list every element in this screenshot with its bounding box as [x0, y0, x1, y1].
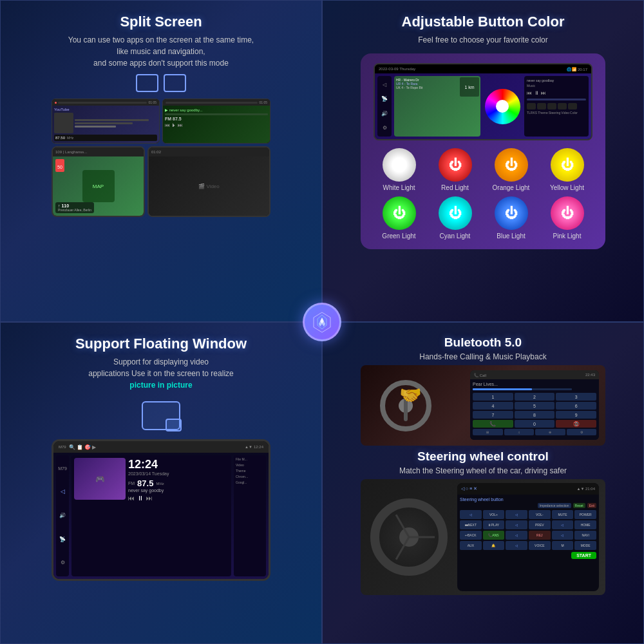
app-panel-radio: 01:05 ▶ never say goodby... FM 87.5 ⏮ ⏵ …	[162, 99, 270, 144]
orange-light-btn[interactable]: ⏻ Orange Light	[486, 148, 536, 191]
split-nav-panel: 109 | Langhanss... 50 ↑ 110 Prenzlauer A…	[52, 146, 145, 217]
white-light-label: White Light	[383, 184, 415, 191]
split-screen-section: Split Screen You can use two apps on the…	[0, 0, 322, 322]
device-preview-screen: 2022-03-09 Thursday 🌐 📶 20:17 ◁ 📡 🔊 ⚙ HR…	[374, 63, 592, 140]
orange-light-icon: ⏻	[495, 148, 528, 182]
green-light-btn[interactable]: ⏻ Green Light	[374, 196, 424, 240]
pink-light-label: Pink Light	[553, 232, 582, 240]
light-buttons-grid: ⏻ White Light ⏻ Red Light ⏻ Orange Light	[374, 148, 592, 240]
app-panel-music: 01:05 YouTube 87.	[52, 99, 160, 144]
yellow-light-icon: ⏻	[551, 148, 584, 182]
bluetooth-steering-section: Buletooth 5.0 Hands-free Calling & Music…	[322, 322, 644, 644]
steering-wheel-section: Steering wheel control Match the Steerin…	[332, 450, 634, 595]
color-wheel-center	[496, 100, 509, 113]
main-split-display: 109 | Langhanss... 50 ↑ 110 Prenzlauer A…	[52, 146, 270, 217]
blue-light-btn[interactable]: ⏻ Blue Light	[486, 196, 536, 240]
pink-light-icon: ⏻	[551, 196, 584, 230]
white-light-icon: ⏻	[383, 148, 416, 182]
cyan-light-label: Cyan Light	[440, 232, 471, 240]
pip-highlight: picture in picture	[129, 381, 192, 390]
red-light-icon: ⏻	[439, 148, 472, 182]
pink-light-btn[interactable]: ⏻ Pink Light	[542, 196, 592, 240]
split-video-panel: 01:02 🎬 Video	[147, 146, 270, 217]
split-screen-icon	[136, 74, 186, 92]
blue-light-label: Blue Light	[497, 232, 525, 240]
float-inner-icon	[166, 419, 182, 431]
split-screen-subtitle: You can use two apps on the screen at th…	[68, 34, 254, 69]
steering-subtitle: Match the Steering wheel of the car, dri…	[399, 466, 567, 475]
floating-window-title: Support Floating Window	[75, 336, 247, 352]
split-box-left	[136, 74, 158, 92]
cyan-light-btn[interactable]: ⏻ Cyan Light	[430, 196, 480, 240]
red-light-label: Red Light	[441, 184, 469, 191]
split-box-right	[164, 74, 186, 92]
white-light-btn[interactable]: ⏻ White Light	[374, 148, 424, 191]
steering-image: ◁ ○ ≡ ✕ ▲▼ 21:04 Steering wheel button I…	[361, 479, 605, 595]
bluetooth-subtitle: Hands-free Calling & Music Playback	[419, 352, 546, 361]
blue-light-icon: ⏻	[495, 196, 528, 230]
green-light-icon: ⏻	[383, 196, 416, 230]
yellow-light-btn[interactable]: ⏻ Yellow Light	[542, 148, 592, 191]
logo-icon	[312, 311, 332, 334]
red-light-btn[interactable]: ⏻ Red Light	[430, 148, 480, 191]
cyan-light-icon: ⏻	[439, 196, 472, 230]
bluetooth-title: Buletooth 5.0	[444, 336, 522, 350]
button-color-subtitle: Feel free to choose your favorite color	[418, 34, 547, 46]
color-panel: 2022-03-09 Thursday 🌐 📶 20:17 ◁ 📡 🔊 ⚙ HR…	[361, 53, 605, 249]
center-logo	[303, 303, 341, 341]
yellow-light-label: Yellow Light	[550, 184, 584, 191]
floating-demo-tablet: M79 🔍 📋 🎯 ▶ ▲▼ 12:24 M79 ◁ 🔊 📡 ⚙	[52, 439, 270, 581]
green-light-label: Green Light	[382, 232, 415, 240]
floating-window-subtitle: Support for displaying video application…	[88, 356, 233, 391]
color-wheel	[485, 89, 520, 124]
button-color-section: Adjustable Button Color Feel free to cho…	[322, 0, 644, 322]
car-bluetooth-image: 🤝 📞 Call 22:43 Pear Lives... 1	[361, 365, 605, 446]
steering-title: Steering wheel control	[417, 450, 549, 464]
floating-window-section: Support Floating Window Support for disp…	[0, 322, 322, 644]
split-screen-title: Split Screen	[120, 14, 202, 30]
button-color-title: Adjustable Button Color	[402, 14, 565, 30]
float-window-icon	[142, 401, 180, 430]
split-screen-demo: 01:05 YouTube 87.	[52, 99, 270, 217]
bluetooth-section: Buletooth 5.0 Hands-free Calling & Music…	[332, 336, 634, 450]
orange-light-label: Orange Light	[493, 184, 530, 191]
